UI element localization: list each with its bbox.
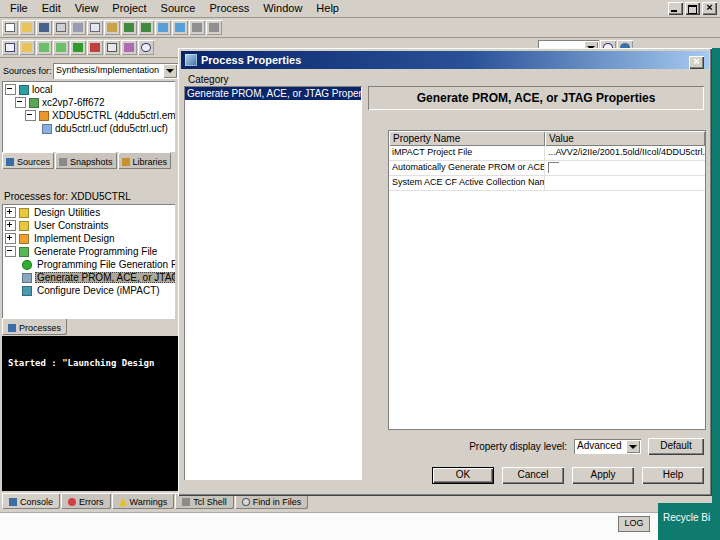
expand-icon[interactable] — [5, 220, 16, 231]
maximize-button[interactable] — [685, 2, 700, 15]
sources-for-combo[interactable]: Synthesis/Implementation — [53, 63, 178, 79]
property-value-cell[interactable]: ...AVV2/i2IIe/2001.5old/IIcol/4DDU5ctrl.… — [545, 146, 705, 160]
tab-processes[interactable]: Processes — [2, 318, 67, 335]
add-source-icon[interactable] — [36, 40, 52, 55]
redo-icon[interactable] — [138, 20, 154, 35]
collapse-icon[interactable] — [5, 246, 16, 257]
project-icon — [19, 85, 29, 95]
process-item-programming-file-report[interactable]: Programming File Generation Report — [2, 258, 175, 271]
console-tab-icon — [9, 498, 17, 506]
process-label: Generate PROM, ACE, or JTAG File — [35, 272, 175, 283]
display-level-combo[interactable]: Advanced — [574, 439, 641, 454]
checkbox[interactable] — [548, 162, 559, 173]
sources-tab-icon — [6, 158, 14, 166]
category-list: Generate PROM, ACE, or JTAG Properties — [184, 86, 362, 480]
add-copy-of-source-icon[interactable] — [53, 40, 69, 55]
menu-edit[interactable]: Edit — [35, 1, 68, 16]
source-tree-item-module[interactable]: XDDU5CTRL (4ddu5ctrl.emn) — [2, 109, 175, 122]
paste-icon[interactable] — [104, 20, 120, 35]
process-item-user-constraints[interactable]: User Constraints — [2, 219, 175, 232]
generate-programming-file-icon — [19, 247, 29, 257]
print-icon[interactable] — [53, 20, 69, 35]
run-icon[interactable] — [70, 40, 86, 55]
tab-label: Warnings — [130, 497, 168, 507]
dock-window-icon[interactable] — [206, 20, 222, 35]
new-file-icon[interactable] — [2, 20, 18, 35]
chevron-down-icon[interactable] — [163, 64, 177, 78]
save-icon[interactable] — [36, 20, 52, 35]
expand-icon[interactable] — [5, 207, 16, 218]
dialog-close-button[interactable] — [689, 56, 704, 69]
menu-window[interactable]: Window — [256, 1, 309, 16]
source-tree-item-ucf[interactable]: ddu5ctrl.ucf (ddu5ctrl.ucf) — [2, 122, 175, 135]
minimize-button[interactable] — [668, 2, 683, 15]
new-project-icon[interactable] — [2, 40, 18, 55]
copy-icon[interactable] — [87, 20, 103, 35]
open-file-icon[interactable] — [19, 20, 35, 35]
tab-sources[interactable]: Sources — [2, 152, 54, 169]
tab-errors[interactable]: Errors — [61, 493, 111, 509]
help-button[interactable]: Help — [642, 467, 704, 484]
cascade-windows-icon[interactable] — [172, 20, 188, 35]
log-button[interactable]: LOG — [618, 516, 650, 532]
process-label: Generate Programming File — [32, 246, 159, 257]
menu-view[interactable]: View — [68, 1, 106, 16]
cancel-button[interactable]: Cancel — [502, 467, 564, 484]
properties-section-header: Generate PROM, ACE, or JTAG Properties — [368, 86, 704, 110]
open-project-icon[interactable] — [19, 40, 35, 55]
property-value-cell[interactable] — [545, 176, 705, 190]
view-report-icon[interactable] — [104, 40, 120, 55]
table-row: Automatically Generate PROM or ACE File — [389, 161, 705, 176]
category-item-selected[interactable]: Generate PROM, ACE, or JTAG Properties — [185, 87, 361, 100]
expand-icon[interactable] — [5, 233, 16, 244]
recycle-bin-desktop-icon[interactable]: Recycle Bi — [658, 503, 720, 540]
undo-icon[interactable] — [121, 20, 137, 35]
tab-libraries[interactable]: Libraries — [118, 152, 172, 169]
collapse-icon[interactable] — [5, 84, 16, 95]
dialog-title-bar[interactable]: Process Properties — [181, 51, 709, 69]
menu-file[interactable]: File — [3, 1, 35, 16]
constraints-file-icon — [42, 124, 52, 134]
column-header-property-name: Property Name — [389, 131, 545, 146]
hierarchy-icon[interactable] — [121, 40, 137, 55]
process-item-generate-prom-ace-jtag[interactable]: Generate PROM, ACE, or JTAG File — [2, 271, 175, 284]
collapse-icon[interactable] — [25, 110, 36, 121]
chevron-down-icon[interactable] — [626, 440, 640, 453]
zoom-icon[interactable] — [138, 40, 154, 55]
process-item-generate-programming-file[interactable]: Generate Programming File — [2, 245, 175, 258]
tab-label: Snapshots — [70, 157, 113, 167]
stop-icon[interactable] — [87, 40, 103, 55]
menu-process[interactable]: Process — [202, 1, 256, 16]
source-tree-item-device[interactable]: xc2vp7-6ff672 — [2, 96, 175, 109]
processes-for-header: Processes for: XDDU5CTRL — [4, 191, 131, 202]
tree-item-label: XDDU5CTRL (4ddu5ctrl.emn) — [52, 110, 175, 121]
process-item-implement-design[interactable]: Implement Design — [2, 232, 175, 245]
tab-warnings[interactable]: Warnings — [112, 493, 175, 509]
tab-label: Libraries — [133, 157, 168, 167]
libraries-tab-icon — [122, 158, 130, 166]
table-row: System ACE CF Active Collection Name — [389, 176, 705, 191]
sources-for-combo-value: Synthesis/Implementation — [56, 65, 159, 75]
impact-icon — [22, 286, 32, 296]
table-header-row: Property Name Value — [389, 131, 705, 146]
tab-label: Tcl Shell — [193, 497, 227, 507]
tile-windows-icon[interactable] — [155, 20, 171, 35]
process-item-configure-device[interactable]: Configure Device (iMPACT) — [2, 284, 175, 297]
collapse-icon[interactable] — [15, 97, 26, 108]
menu-project[interactable]: Project — [105, 1, 153, 16]
menu-source[interactable]: Source — [154, 1, 203, 16]
tab-console[interactable]: Console — [2, 493, 60, 509]
source-tree-item-project[interactable]: local — [2, 83, 175, 96]
default-button[interactable]: Default — [648, 438, 704, 455]
split-window-icon[interactable] — [189, 20, 205, 35]
ok-button[interactable]: OK — [432, 467, 494, 484]
menu-help[interactable]: Help — [309, 1, 346, 16]
process-item-design-utilities[interactable]: Design Utilities — [2, 206, 175, 219]
apply-button[interactable]: Apply — [572, 467, 634, 484]
cut-icon[interactable] — [70, 20, 86, 35]
tab-snapshots[interactable]: Snapshots — [55, 152, 117, 169]
close-button[interactable] — [702, 2, 717, 15]
table-row: iMPACT Project File ...AVV2/i2IIe/2001.5… — [389, 146, 705, 161]
errors-tab-icon — [68, 498, 76, 506]
category-label: Category — [188, 74, 229, 85]
